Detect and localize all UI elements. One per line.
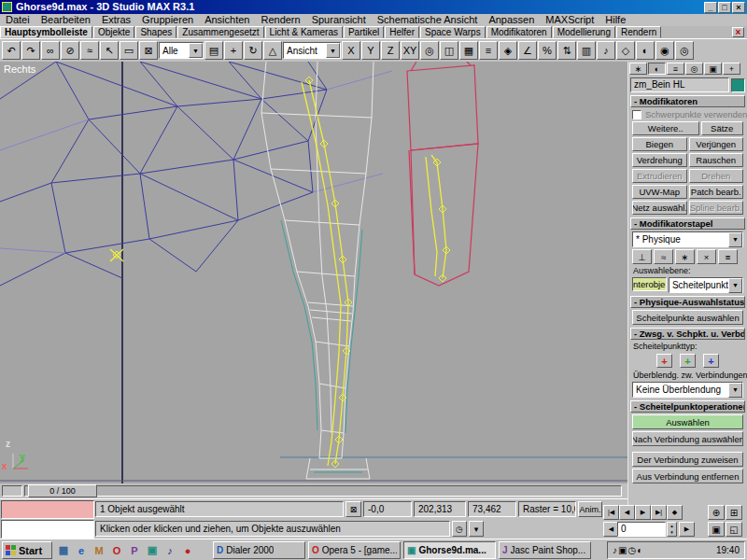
link-icon[interactable]: ∞ xyxy=(41,41,60,60)
toolbar-tab[interactable]: Space Warps xyxy=(420,26,486,38)
select-by-name-icon[interactable]: ▤ xyxy=(204,41,223,60)
zoom-icon[interactable]: ⊕ xyxy=(708,505,725,520)
zoom-extents-icon[interactable]: ⊞ xyxy=(726,505,742,520)
crossing-icon[interactable]: ⊠ xyxy=(139,41,158,60)
maxscript-mini-listener-macro[interactable] xyxy=(1,500,94,519)
modifier-button[interactable]: Verdrehung xyxy=(632,153,687,167)
modifier-button[interactable]: Patch bearb. xyxy=(689,185,744,199)
toolbar-tab[interactable]: Licht & Kameras xyxy=(265,26,343,38)
chevron-down-icon[interactable]: ▼ xyxy=(189,43,203,58)
schematic-view-icon[interactable]: ◇ xyxy=(616,41,635,60)
prev-frame-button[interactable]: ◀ xyxy=(619,505,635,520)
tray-app-icon[interactable]: ◐ xyxy=(637,545,642,555)
coord-x-field[interactable]: -0,0 xyxy=(363,501,412,517)
opera-icon[interactable]: O xyxy=(109,543,124,558)
use-pivots-checkbox[interactable] xyxy=(632,110,641,119)
start-button[interactable]: Start xyxy=(2,541,52,559)
modifier-sets-button[interactable]: Sätze xyxy=(701,121,743,135)
toolbar-tab[interactable]: Objekte xyxy=(93,26,134,38)
subobject-button[interactable]: Unterobjekt xyxy=(632,277,667,291)
chevron-down-icon[interactable]: ▼ xyxy=(728,278,742,293)
play-button[interactable]: ▶ xyxy=(635,505,651,520)
time-slider-thumb[interactable]: 0 / 100 xyxy=(28,484,97,497)
volume-icon[interactable]: ♪ xyxy=(613,545,617,555)
blending-dropdown[interactable]: Keine Überblendung ▼ xyxy=(632,382,743,398)
mirror-icon[interactable]: ◫ xyxy=(440,41,458,60)
menu-item[interactable]: Extras xyxy=(96,14,136,26)
task-button[interactable]: J Jasc Paint Shop... xyxy=(499,541,591,559)
remove-modifier-icon[interactable]: × xyxy=(697,249,716,264)
min-max-toggle-icon[interactable]: ◱ xyxy=(726,522,742,537)
move-icon[interactable]: + xyxy=(224,41,243,60)
modifier-stack-dropdown[interactable]: * Physique ▼ xyxy=(632,231,743,247)
toolbar-tab[interactable]: Hauptsymbolleiste xyxy=(0,26,92,38)
toolbar-tab[interactable]: Zusammengesetzt xyxy=(177,26,263,38)
more-modifiers-button[interactable]: Weitere.. xyxy=(632,121,699,135)
go-end-button[interactable]: ▶| xyxy=(651,505,667,520)
modifier-button[interactable]: Biegen xyxy=(632,137,687,151)
modifier-button[interactable]: Rauschen xyxy=(689,153,744,167)
angle-snap-icon[interactable]: ∠ xyxy=(518,41,537,60)
rollout-vertex-operations[interactable]: - Scheitelpunktoperationen xyxy=(630,400,745,413)
chevron-down-icon[interactable]: ▼ xyxy=(326,43,340,58)
redo-icon[interactable]: ↷ xyxy=(21,41,40,60)
vertex-operation-button[interactable]: Auswählen xyxy=(632,414,743,429)
chevron-down-icon[interactable]: ▼ xyxy=(728,232,742,247)
modifier-button[interactable]: Spline bearb. xyxy=(689,201,744,215)
toolbar-tab[interactable]: Helfer xyxy=(385,26,419,38)
quick-render-icon[interactable]: ◎ xyxy=(675,41,694,60)
paintshop-icon[interactable]: P xyxy=(127,543,142,558)
selection-filter-dropdown[interactable]: Alle ▼ xyxy=(159,42,204,59)
track-view-icon[interactable]: ♪ xyxy=(597,41,615,60)
pin-stack-icon[interactable]: ⊥ xyxy=(632,249,652,264)
menu-item[interactable]: Schematische Ansicht xyxy=(372,14,484,26)
motion-tab-icon[interactable]: ◎ xyxy=(685,63,703,75)
maxscript-mini-listener[interactable] xyxy=(1,520,94,539)
select-icon[interactable]: ↖ xyxy=(100,41,119,60)
object-color-swatch[interactable] xyxy=(731,78,745,92)
tabbar-close-icon[interactable]: × xyxy=(732,27,744,37)
menu-item[interactable]: Datei xyxy=(0,14,35,26)
toolbar-tab[interactable]: Shapes xyxy=(135,26,176,38)
media-icon[interactable]: ♪ xyxy=(162,543,177,558)
undo-icon[interactable]: ↶ xyxy=(2,41,21,60)
coord-y-field[interactable]: 202,313 xyxy=(414,501,466,517)
viewport-rechts[interactable]: Rechts z x y xyxy=(0,62,627,483)
snap-3d-icon[interactable]: ◈ xyxy=(499,41,517,60)
show-desktop-icon[interactable]: ▦ xyxy=(56,543,71,558)
modifier-button[interactable]: Extrudieren xyxy=(632,169,687,183)
animate-button[interactable]: Anim. xyxy=(578,501,602,517)
material-editor-icon[interactable]: ◐ xyxy=(636,41,655,60)
subobject-level-dropdown[interactable]: Scheitelpunkt ▼ xyxy=(669,277,743,293)
rollout-vertex-link[interactable]: - Zwsg. v. Schpkt. u. Verbdg. xyxy=(630,328,745,340)
time-tag-icon[interactable]: ◷ xyxy=(452,521,467,537)
minimize-icon[interactable]: _ xyxy=(704,2,717,13)
rigid-vertex-icon[interactable]: + xyxy=(680,354,696,368)
menu-item[interactable]: MAXScript xyxy=(540,14,599,26)
outlook-icon[interactable]: M xyxy=(92,543,106,558)
pan-icon[interactable]: ▣ xyxy=(708,522,725,537)
unlink-icon[interactable]: ⊘ xyxy=(61,41,79,60)
region-type-icon[interactable]: ▭ xyxy=(120,41,138,60)
align-icon[interactable]: ≡ xyxy=(479,41,498,60)
menu-item[interactable]: Bearbeiten xyxy=(35,14,96,26)
chevron-down-icon[interactable]: ▼ xyxy=(728,383,742,398)
key-mode-button[interactable]: ◆ xyxy=(667,505,683,520)
select-vertices-button[interactable]: Scheitelpunkte auswählen xyxy=(632,310,743,325)
menu-item[interactable]: Hilfe xyxy=(599,14,631,26)
root-vertex-icon[interactable]: + xyxy=(703,354,719,368)
render-scene-icon[interactable]: ◉ xyxy=(655,41,674,60)
modifier-button[interactable]: Netz auswähl. xyxy=(632,201,687,215)
current-time-field[interactable]: 0 xyxy=(617,522,666,537)
toolbar-tab[interactable]: Modellierung xyxy=(553,26,615,38)
modifier-button[interactable]: UVW-Map xyxy=(632,185,687,199)
bind-spacewarp-icon[interactable]: ≈ xyxy=(80,41,99,60)
axis-z-button[interactable]: Z xyxy=(381,41,400,60)
scale-icon[interactable]: △ xyxy=(263,41,282,60)
rollout-modifier-stack[interactable]: - Modifikatorstapel xyxy=(630,217,745,230)
toolbar-tab[interactable]: Modifikatoren xyxy=(486,26,552,38)
stack-settings-icon[interactable]: ≡ xyxy=(718,249,738,264)
toolbar-tab[interactable]: Rendern xyxy=(616,26,661,38)
menu-item[interactable]: Anpassen xyxy=(483,14,540,26)
named-selections-icon[interactable]: ▥ xyxy=(577,41,596,60)
